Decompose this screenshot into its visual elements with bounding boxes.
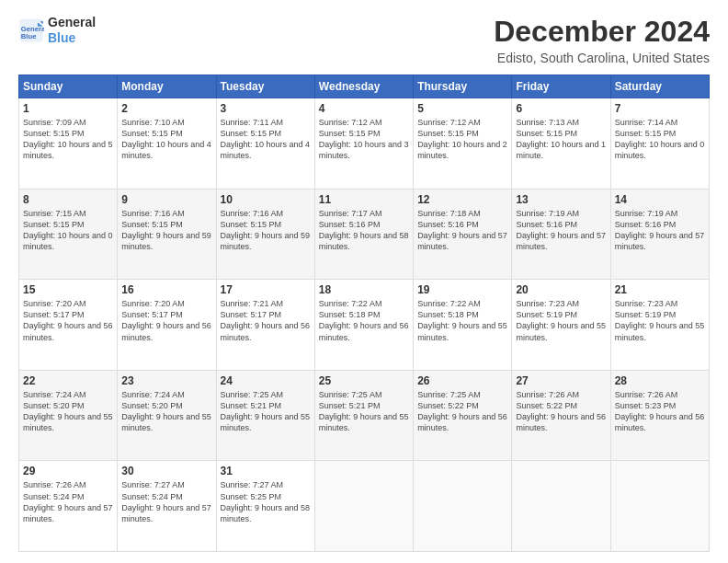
day-header-sunday: Sunday [19, 75, 118, 98]
page: General Blue General Blue December 2024 … [0, 0, 728, 563]
calendar-cell: 9Sunrise: 7:16 AMSunset: 5:15 PMDaylight… [118, 189, 216, 280]
cell-info: Sunrise: 7:25 AMSunset: 5:22 PMDaylight:… [417, 389, 507, 434]
calendar-cell: 21Sunrise: 7:23 AMSunset: 5:19 PMDayligh… [610, 280, 709, 371]
cell-info: Sunrise: 7:16 AMSunset: 5:15 PMDaylight:… [121, 208, 211, 253]
day-number: 31 [221, 465, 311, 477]
day-number: 8 [23, 193, 113, 206]
header: General Blue General Blue December 2024 … [18, 15, 710, 65]
calendar-cell: 1Sunrise: 7:09 AMSunset: 5:15 PMDaylight… [19, 98, 118, 190]
calendar-cell: 18Sunrise: 7:22 AMSunset: 5:18 PMDayligh… [314, 280, 413, 371]
day-number: 18 [319, 283, 409, 296]
cell-info: Sunrise: 7:12 AMSunset: 5:15 PMDaylight:… [319, 117, 409, 162]
calendar-table: SundayMondayTuesdayWednesdayThursdayFrid… [18, 75, 710, 552]
calendar-cell: 10Sunrise: 7:16 AMSunset: 5:15 PMDayligh… [216, 189, 314, 280]
day-number: 3 [221, 102, 311, 115]
calendar-cell: 5Sunrise: 7:12 AMSunset: 5:15 PMDaylight… [414, 98, 512, 190]
cell-info: Sunrise: 7:15 AMSunset: 5:15 PMDaylight:… [23, 208, 113, 253]
calendar-week-2: 8Sunrise: 7:15 AMSunset: 5:15 PMDaylight… [19, 189, 710, 280]
cell-info: Sunrise: 7:24 AMSunset: 5:20 PMDaylight:… [23, 389, 113, 434]
cell-info: Sunrise: 7:27 AMSunset: 5:24 PMDaylight:… [121, 479, 211, 524]
calendar-cell: 20Sunrise: 7:23 AMSunset: 5:19 PMDayligh… [512, 280, 610, 371]
cell-info: Sunrise: 7:26 AMSunset: 5:22 PMDaylight:… [516, 389, 606, 434]
calendar-cell [610, 461, 709, 552]
calendar-cell: 23Sunrise: 7:24 AMSunset: 5:20 PMDayligh… [118, 370, 216, 461]
day-number: 4 [319, 102, 409, 115]
day-number: 10 [221, 193, 311, 206]
cell-info: Sunrise: 7:17 AMSunset: 5:16 PMDaylight:… [319, 208, 409, 253]
day-header-tuesday: Tuesday [216, 75, 314, 98]
cell-info: Sunrise: 7:24 AMSunset: 5:20 PMDaylight:… [121, 389, 211, 434]
calendar-cell: 7Sunrise: 7:14 AMSunset: 5:15 PMDaylight… [610, 98, 709, 190]
cell-info: Sunrise: 7:23 AMSunset: 5:19 PMDaylight:… [516, 298, 606, 343]
logo-icon: General Blue [18, 17, 44, 43]
calendar-cell: 3Sunrise: 7:11 AMSunset: 5:15 PMDaylight… [216, 98, 314, 190]
calendar-cell [512, 461, 610, 552]
calendar-cell: 31Sunrise: 7:27 AMSunset: 5:25 PMDayligh… [216, 461, 314, 552]
day-number: 20 [516, 283, 606, 296]
calendar-cell: 14Sunrise: 7:19 AMSunset: 5:16 PMDayligh… [610, 189, 709, 280]
cell-info: Sunrise: 7:26 AMSunset: 5:23 PMDaylight:… [615, 389, 705, 434]
calendar-cell [414, 461, 512, 552]
calendar-cell: 16Sunrise: 7:20 AMSunset: 5:17 PMDayligh… [118, 280, 216, 371]
calendar-cell: 2Sunrise: 7:10 AMSunset: 5:15 PMDaylight… [118, 98, 216, 190]
cell-info: Sunrise: 7:10 AMSunset: 5:15 PMDaylight:… [121, 117, 211, 162]
calendar-week-3: 15Sunrise: 7:20 AMSunset: 5:17 PMDayligh… [19, 280, 710, 371]
day-number: 9 [121, 193, 211, 206]
day-number: 24 [221, 374, 311, 387]
day-number: 29 [23, 465, 113, 477]
calendar-cell: 8Sunrise: 7:15 AMSunset: 5:15 PMDaylight… [19, 189, 118, 280]
calendar-cell: 24Sunrise: 7:25 AMSunset: 5:21 PMDayligh… [216, 370, 314, 461]
calendar-cell: 4Sunrise: 7:12 AMSunset: 5:15 PMDaylight… [314, 98, 413, 190]
cell-info: Sunrise: 7:19 AMSunset: 5:16 PMDaylight:… [516, 208, 606, 253]
day-header-wednesday: Wednesday [314, 75, 413, 98]
day-number: 23 [121, 374, 211, 387]
day-number: 12 [417, 193, 507, 206]
day-number: 19 [417, 283, 507, 296]
calendar-cell [314, 461, 413, 552]
logo-text-line1: General [48, 15, 96, 30]
day-header-monday: Monday [118, 75, 216, 98]
cell-info: Sunrise: 7:22 AMSunset: 5:18 PMDaylight:… [319, 298, 409, 343]
month-title: December 2024 [494, 15, 710, 49]
cell-info: Sunrise: 7:20 AMSunset: 5:17 PMDaylight:… [121, 298, 211, 343]
day-number: 15 [23, 283, 113, 296]
day-number: 27 [516, 374, 606, 387]
calendar-cell: 27Sunrise: 7:26 AMSunset: 5:22 PMDayligh… [512, 370, 610, 461]
calendar-cell: 28Sunrise: 7:26 AMSunset: 5:23 PMDayligh… [610, 370, 709, 461]
logo: General Blue General Blue [18, 15, 96, 46]
location: Edisto, South Carolina, United States [494, 51, 710, 65]
day-number: 22 [23, 374, 113, 387]
day-number: 7 [615, 102, 705, 115]
day-number: 13 [516, 193, 606, 206]
cell-info: Sunrise: 7:11 AMSunset: 5:15 PMDaylight:… [221, 117, 311, 162]
calendar-week-1: 1Sunrise: 7:09 AMSunset: 5:15 PMDaylight… [19, 98, 710, 190]
calendar-cell: 13Sunrise: 7:19 AMSunset: 5:16 PMDayligh… [512, 189, 610, 280]
cell-info: Sunrise: 7:23 AMSunset: 5:19 PMDaylight:… [615, 298, 705, 343]
cell-info: Sunrise: 7:19 AMSunset: 5:16 PMDaylight:… [615, 208, 705, 253]
calendar-week-4: 22Sunrise: 7:24 AMSunset: 5:20 PMDayligh… [19, 370, 710, 461]
cell-info: Sunrise: 7:26 AMSunset: 5:24 PMDaylight:… [23, 479, 113, 524]
day-number: 2 [121, 102, 211, 115]
calendar-cell: 17Sunrise: 7:21 AMSunset: 5:17 PMDayligh… [216, 280, 314, 371]
day-number: 11 [319, 193, 409, 206]
logo-text-line2: Blue [48, 30, 96, 46]
cell-info: Sunrise: 7:22 AMSunset: 5:18 PMDaylight:… [417, 298, 507, 343]
day-header-friday: Friday [512, 75, 610, 98]
day-number: 30 [121, 465, 211, 477]
day-number: 14 [615, 193, 705, 206]
calendar-cell: 26Sunrise: 7:25 AMSunset: 5:22 PMDayligh… [414, 370, 512, 461]
cell-info: Sunrise: 7:16 AMSunset: 5:15 PMDaylight:… [221, 208, 311, 253]
day-header-saturday: Saturday [610, 75, 709, 98]
cell-info: Sunrise: 7:18 AMSunset: 5:16 PMDaylight:… [417, 208, 507, 253]
day-number: 21 [615, 283, 705, 296]
calendar-header-row: SundayMondayTuesdayWednesdayThursdayFrid… [19, 75, 710, 98]
calendar-cell: 15Sunrise: 7:20 AMSunset: 5:17 PMDayligh… [19, 280, 118, 371]
calendar-cell: 11Sunrise: 7:17 AMSunset: 5:16 PMDayligh… [314, 189, 413, 280]
day-number: 16 [121, 283, 211, 296]
day-number: 25 [319, 374, 409, 387]
cell-info: Sunrise: 7:12 AMSunset: 5:15 PMDaylight:… [417, 117, 507, 162]
cell-info: Sunrise: 7:27 AMSunset: 5:25 PMDaylight:… [221, 479, 311, 524]
calendar-cell: 12Sunrise: 7:18 AMSunset: 5:16 PMDayligh… [414, 189, 512, 280]
cell-info: Sunrise: 7:25 AMSunset: 5:21 PMDaylight:… [319, 389, 409, 434]
day-number: 5 [417, 102, 507, 115]
